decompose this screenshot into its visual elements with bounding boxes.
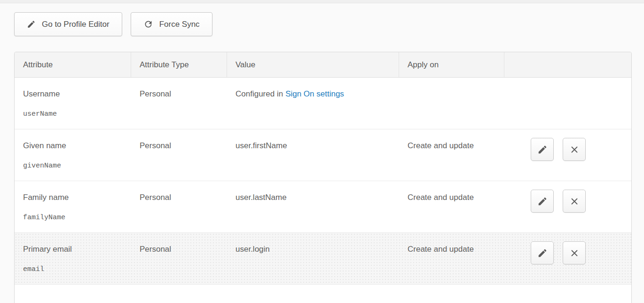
- pencil-icon: [537, 248, 548, 258]
- x-icon: [569, 248, 580, 258]
- attribute-variable: email: [23, 265, 123, 273]
- go-to-profile-editor-button[interactable]: Go to Profile Editor: [14, 12, 122, 36]
- attribute-label: Family name: [23, 193, 123, 202]
- table-row-primary-email: Primary email email Personal user.login …: [15, 233, 631, 285]
- remove-attribute-button[interactable]: [563, 138, 586, 161]
- attribute-type-cell: Personal: [131, 129, 227, 181]
- top-divider: [0, 0, 644, 3]
- attribute-label: Given name: [23, 141, 123, 151]
- edit-attribute-button[interactable]: [531, 241, 554, 264]
- attribute-type-cell: Personal: [131, 78, 227, 129]
- remove-attribute-button[interactable]: [563, 190, 586, 213]
- column-header-actions: [504, 52, 631, 77]
- attribute-type-cell: Personal: [131, 233, 227, 284]
- apply-on-cell: Create and update: [399, 129, 504, 181]
- table-row-family-name: Family name familyName Personal user.las…: [15, 181, 631, 233]
- x-icon: [569, 196, 580, 207]
- attribute-label: Username: [23, 89, 123, 99]
- attribute-variable: givenName: [23, 162, 123, 170]
- edit-attribute-button[interactable]: [531, 138, 554, 161]
- attribute-mappings-table: Attribute Attribute Type Value Apply on …: [14, 52, 632, 303]
- actions-cell: [504, 129, 631, 181]
- pencil-icon: [537, 144, 548, 155]
- column-header-attribute: Attribute: [15, 52, 131, 77]
- column-header-value: Value: [227, 52, 399, 77]
- attribute-cell: Primary email email: [15, 233, 131, 284]
- force-sync-label: Force Sync: [159, 20, 200, 29]
- pencil-icon: [537, 196, 548, 207]
- actions-cell: [504, 233, 631, 284]
- refresh-icon: [143, 19, 153, 29]
- x-icon: [569, 144, 580, 155]
- empty-table-area: [15, 285, 631, 303]
- column-header-apply-on: Apply on: [399, 52, 504, 77]
- actions-cell: [504, 181, 631, 232]
- table-row-given-name: Given name givenName Personal user.first…: [15, 129, 631, 181]
- attribute-cell: Given name givenName: [15, 129, 131, 181]
- value-cell: user.lastName: [227, 181, 399, 232]
- value-cell: user.firstName: [227, 129, 399, 181]
- table-header-row: Attribute Attribute Type Value Apply on: [15, 52, 631, 78]
- attribute-variable: familyName: [23, 214, 123, 222]
- value-cell: Configured inSign On settings: [227, 78, 399, 129]
- force-sync-button[interactable]: Force Sync: [131, 12, 212, 36]
- remove-attribute-button[interactable]: [563, 241, 586, 264]
- actions-cell: [504, 78, 631, 129]
- column-header-attribute-type: Attribute Type: [131, 52, 227, 77]
- apply-on-cell: Create and update: [399, 181, 504, 232]
- apply-on-cell: Create and update: [399, 233, 504, 284]
- value-prefix-text: Configured in: [236, 89, 283, 98]
- value-cell: user.login: [227, 233, 399, 284]
- table-row-username: Username userName Personal Configured in…: [15, 78, 631, 129]
- attribute-cell: Username userName: [15, 78, 131, 129]
- attribute-variable: userName: [23, 110, 123, 118]
- attribute-label: Primary email: [23, 245, 123, 254]
- edit-attribute-button[interactable]: [531, 190, 554, 213]
- pencil-icon: [27, 20, 36, 29]
- toolbar: Go to Profile Editor Force Sync: [14, 12, 212, 36]
- go-to-profile-editor-label: Go to Profile Editor: [42, 20, 110, 29]
- apply-on-cell: [399, 78, 504, 129]
- attribute-cell: Family name familyName: [15, 181, 131, 232]
- attribute-type-cell: Personal: [131, 181, 227, 232]
- sign-on-settings-link[interactable]: Sign On settings: [285, 89, 344, 98]
